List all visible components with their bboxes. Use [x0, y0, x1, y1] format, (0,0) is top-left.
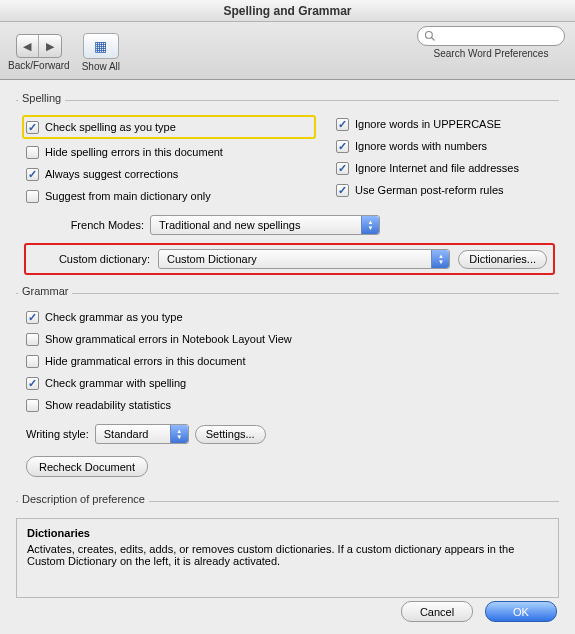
readability-checkbox[interactable]: [26, 399, 39, 412]
show-notebook-checkbox[interactable]: [26, 333, 39, 346]
search-label: Search Word Preferences: [417, 48, 565, 59]
check-grammar-label: Check grammar as you type: [45, 311, 183, 323]
description-legend: Description of preference: [18, 493, 149, 505]
description-title: Dictionaries: [27, 527, 548, 539]
readability-label: Show readability statistics: [45, 399, 171, 411]
hide-spelling-errors-checkbox[interactable]: [26, 146, 39, 159]
hide-grammar-errors-label: Hide grammatical errors in this document: [45, 355, 246, 367]
writing-style-label: Writing style:: [26, 428, 89, 440]
custom-dict-label: Custom dictionary:: [32, 253, 150, 265]
svg-line-1: [432, 38, 435, 41]
window-title: Spelling and Grammar: [0, 0, 575, 22]
ok-button[interactable]: OK: [485, 601, 557, 622]
german-rules-label: Use German post-reform rules: [355, 184, 504, 196]
spelling-fieldset: Spelling Check spelling as you type Hide…: [16, 100, 559, 281]
writing-style-value: Standard: [104, 428, 149, 440]
search-group: Search Word Preferences: [417, 26, 565, 59]
ignore-uppercase-label: Ignore words in UPPERCASE: [355, 118, 501, 130]
description-box: Dictionaries Activates, creates, edits, …: [16, 518, 559, 598]
chevron-updown-icon: ▲▼: [361, 216, 379, 234]
back-forward-buttons[interactable]: ◀ ▶: [16, 34, 62, 58]
show-all-label: Show All: [82, 61, 120, 72]
highlight-custom-dictionary: Custom dictionary: Custom Dictionary ▲▼ …: [24, 243, 555, 275]
ignore-numbers-checkbox[interactable]: [336, 140, 349, 153]
custom-dict-value: Custom Dictionary: [167, 253, 257, 265]
suggest-main-only-checkbox[interactable]: [26, 190, 39, 203]
chevron-updown-icon: ▲▼: [170, 425, 188, 443]
custom-dict-select[interactable]: Custom Dictionary ▲▼: [158, 249, 450, 269]
always-suggest-label: Always suggest corrections: [45, 168, 178, 180]
french-modes-value: Traditional and new spellings: [159, 219, 300, 231]
back-forward-group: ◀ ▶ Back/Forward: [8, 34, 70, 71]
spelling-legend: Spelling: [18, 92, 65, 104]
show-all-group: ▦ Show All: [82, 33, 120, 72]
grammar-with-spelling-label: Check grammar with spelling: [45, 377, 186, 389]
search-input[interactable]: [417, 26, 565, 46]
cancel-button[interactable]: Cancel: [401, 601, 473, 622]
grammar-legend: Grammar: [18, 285, 72, 297]
show-notebook-label: Show grammatical errors in Notebook Layo…: [45, 333, 292, 345]
check-spelling-label: Check spelling as you type: [45, 121, 176, 133]
description-body: Activates, creates, edits, adds, or remo…: [27, 543, 548, 567]
search-icon: [424, 30, 436, 42]
hide-spelling-errors-label: Hide spelling errors in this document: [45, 146, 223, 158]
highlight-check-spelling: Check spelling as you type: [22, 115, 316, 139]
ignore-internet-label: Ignore Internet and file addresses: [355, 162, 519, 174]
grammar-with-spelling-checkbox[interactable]: [26, 377, 39, 390]
svg-point-0: [426, 32, 433, 39]
check-spelling-checkbox[interactable]: [26, 121, 39, 134]
settings-button[interactable]: Settings...: [195, 425, 266, 444]
ignore-numbers-label: Ignore words with numbers: [355, 140, 487, 152]
french-modes-label: French Modes:: [54, 219, 144, 231]
description-fieldset: Description of preference Dictionaries A…: [16, 501, 559, 598]
ignore-internet-checkbox[interactable]: [336, 162, 349, 175]
german-rules-checkbox[interactable]: [336, 184, 349, 197]
dialog-footer: Cancel OK: [401, 601, 557, 622]
hide-grammar-errors-checkbox[interactable]: [26, 355, 39, 368]
back-icon[interactable]: ◀: [17, 35, 39, 57]
always-suggest-checkbox[interactable]: [26, 168, 39, 181]
back-forward-label: Back/Forward: [8, 60, 70, 71]
writing-style-select[interactable]: Standard ▲▼: [95, 424, 189, 444]
check-grammar-checkbox[interactable]: [26, 311, 39, 324]
chevron-updown-icon: ▲▼: [431, 250, 449, 268]
grid-icon: ▦: [94, 38, 107, 54]
grammar-fieldset: Grammar Check grammar as you type Show g…: [16, 293, 559, 483]
forward-icon[interactable]: ▶: [39, 35, 61, 57]
dictionaries-button[interactable]: Dictionaries...: [458, 250, 547, 269]
toolbar: ◀ ▶ Back/Forward ▦ Show All Search Word …: [0, 22, 575, 80]
show-all-button[interactable]: ▦: [83, 33, 119, 59]
suggest-main-only-label: Suggest from main dictionary only: [45, 190, 211, 202]
ignore-uppercase-checkbox[interactable]: [336, 118, 349, 131]
recheck-document-button[interactable]: Recheck Document: [26, 456, 148, 477]
french-modes-select[interactable]: Traditional and new spellings ▲▼: [150, 215, 380, 235]
